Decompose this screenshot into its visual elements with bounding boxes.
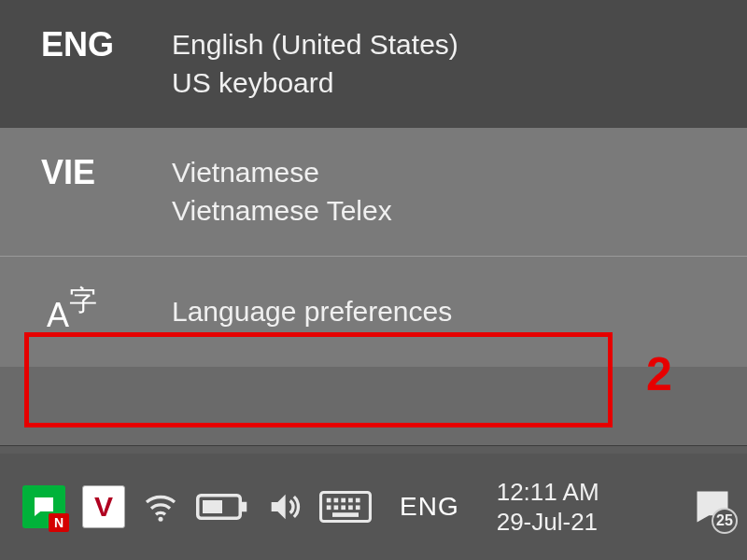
language-code: ENG	[41, 26, 172, 63]
language-description: English (United States) US keyboard	[172, 26, 458, 102]
line-app-icon: N	[22, 485, 65, 528]
svg-rect-10	[348, 498, 353, 503]
svg-rect-5	[203, 500, 222, 513]
svg-rect-15	[348, 505, 353, 510]
wifi-icon[interactable]	[142, 482, 179, 532]
svg-rect-11	[356, 498, 360, 503]
svg-text:A: A	[47, 296, 69, 334]
action-center-icon[interactable]: 25	[689, 482, 736, 532]
svg-rect-4	[242, 502, 247, 512]
tray-app-vietkey[interactable]: V	[82, 482, 125, 532]
system-clock[interactable]: 12:11 AM 29-Jul-21	[497, 477, 599, 538]
language-name: Vietnamese	[172, 154, 392, 192]
svg-text:字: 字	[69, 285, 97, 315]
tray-app-line[interactable]: N	[22, 482, 65, 532]
language-option-vietnamese[interactable]: VIE Vietnamese Vietnamese Telex	[0, 128, 747, 256]
clock-time: 12:11 AM	[497, 477, 599, 508]
svg-rect-12	[327, 505, 331, 510]
svg-rect-17	[332, 512, 359, 517]
keyboard-layout: Vietnamese Telex	[172, 192, 392, 231]
svg-rect-7	[327, 498, 331, 503]
action-center-count: 25	[712, 508, 738, 534]
language-description: Vietnamese Vietnamese Telex	[172, 154, 392, 230]
battery-icon[interactable]	[196, 482, 248, 532]
clock-date: 29-Jul-21	[497, 507, 598, 538]
keyboard-layout: US keyboard	[172, 64, 458, 103]
language-preferences-label: Language preferences	[172, 296, 452, 328]
svg-rect-8	[334, 498, 339, 503]
language-code: VIE	[41, 154, 172, 191]
notification-badge: N	[49, 513, 69, 532]
language-preferences-link[interactable]: A 字 Language preferences	[0, 257, 747, 367]
svg-point-2	[159, 517, 163, 522]
language-character-icon: A 字	[41, 280, 101, 343]
svg-rect-16	[356, 505, 360, 510]
svg-rect-9	[341, 498, 345, 503]
touch-keyboard-icon[interactable]	[319, 482, 372, 532]
language-name: English (United States)	[172, 26, 458, 64]
taskbar: N V ENG 12:11 AM 29-Jul-21 25	[0, 454, 747, 560]
language-indicator[interactable]: ENG	[388, 473, 471, 540]
language-preferences-icon-wrap: A 字	[41, 280, 172, 343]
volume-icon[interactable]	[265, 482, 303, 532]
language-switcher-popup: ENG English (United States) US keyboard …	[0, 0, 747, 446]
svg-rect-13	[334, 505, 339, 510]
vietkey-app-icon: V	[82, 485, 125, 528]
svg-rect-14	[341, 505, 345, 510]
language-option-english[interactable]: ENG English (United States) US keyboard	[0, 0, 747, 128]
